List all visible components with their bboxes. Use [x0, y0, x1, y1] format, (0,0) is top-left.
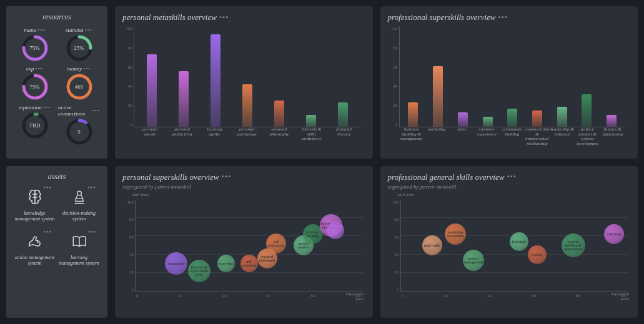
chart-subtitle: segregated by parent metaskill [122, 184, 365, 190]
svg-point-12 [77, 191, 81, 195]
professional-general-skills-panel: professional general skills overview •••… [380, 166, 638, 318]
asset-label: action management system [14, 255, 56, 267]
x-label: leadership & influence [550, 127, 575, 139]
menu-icon[interactable]: ••• [87, 184, 96, 191]
menu-icon[interactable]: ••• [43, 104, 51, 110]
bar-chart: 100806040200 business building & managem… [399, 26, 631, 139]
menu-icon[interactable]: ••• [83, 66, 91, 72]
x-label: community building [500, 127, 525, 139]
resource-ring: 25% [66, 34, 93, 62]
resource-item: stamina••• 25% [58, 27, 100, 62]
book-icon [69, 231, 90, 252]
chart-title: professional general skills overview [388, 172, 505, 182]
bar [582, 94, 592, 127]
bar [408, 102, 418, 127]
menu-icon[interactable]: ••• [87, 228, 96, 235]
resource-label: stamina [66, 27, 84, 33]
asset-label: knowledge management system [14, 210, 56, 222]
menu-icon[interactable]: ••• [222, 172, 232, 182]
bubble-chart: skill level 100806040200 paid trafficmar… [400, 195, 628, 301]
x-label: communication & interpersonal relationsh… [525, 127, 550, 139]
bubble: paid traffic [422, 235, 442, 255]
resource-ring: TBD [21, 112, 49, 139]
y-axis-title: skill level [398, 192, 415, 197]
menu-icon[interactable]: ••• [219, 13, 229, 22]
resource-ring: 465 [66, 73, 93, 101]
chart-title: professional superskills overview [388, 12, 496, 22]
asset-item[interactable]: ••• knowledge management system [14, 187, 56, 222]
resource-item: reputation••• TBD [14, 104, 56, 145]
resources-title: resources [14, 12, 100, 22]
x-label: learning agility [202, 127, 227, 139]
resource-item: mana••• 75% [14, 27, 56, 62]
menu-icon[interactable]: ••• [92, 107, 100, 114]
brain-icon [24, 187, 46, 208]
resource-value: 25% [66, 34, 93, 62]
resource-ring: 75% [21, 73, 49, 101]
x-label: finance & fundraising [600, 127, 625, 139]
asset-item[interactable]: ••• action management system [14, 231, 56, 267]
bar-chart: 100806040200 personal claritypersonal pr… [134, 26, 365, 139]
professional-superskills-panel: professional superskills overview ••• 10… [380, 6, 638, 159]
y-axis-title: skill level [132, 192, 149, 197]
resource-item: exp••• 75% [14, 66, 56, 101]
bar [242, 84, 252, 127]
bar [274, 101, 284, 127]
menu-icon[interactable]: ••• [498, 13, 508, 22]
resource-item: active connections••• 5 [58, 104, 100, 145]
menu-icon[interactable]: ••• [43, 228, 52, 235]
assets-panel: assets ••• knowledge management system •… [6, 166, 107, 318]
menu-icon[interactable]: ••• [36, 66, 43, 72]
chart-subtitle: segregated by parent metaskill [388, 184, 631, 190]
resources-panel: resources mana••• 75% stamina••• 25% exp… [6, 6, 107, 159]
x-axis-title: enjoymentlevel [346, 292, 364, 302]
chart-title: personal metaskills overview [122, 12, 217, 22]
bar [507, 109, 517, 127]
resource-item: money••• 465 [58, 66, 100, 101]
bar [607, 115, 617, 127]
bubble: marketing automation [445, 223, 466, 245]
bar [211, 34, 220, 127]
bar [433, 66, 443, 127]
resource-ring: 75% [21, 34, 49, 62]
resource-label: reputation [19, 104, 42, 110]
asset-label: decision-making system [58, 210, 100, 222]
bar [147, 54, 157, 127]
bubble: self-awareness [266, 233, 286, 253]
resource-label: active connections [58, 104, 91, 117]
resource-label: exp [26, 66, 34, 72]
assets-title: assets [14, 172, 100, 182]
resource-value: 5 [66, 118, 93, 145]
x-label: marketing [424, 127, 449, 139]
resource-value: 75% [21, 34, 49, 62]
x-label: customer experience [474, 127, 499, 139]
asset-item[interactable]: ••• decision-making system [58, 187, 100, 222]
x-label: personal psychology [234, 127, 259, 139]
x-label: personal philosophy [267, 127, 292, 139]
personal-metaskills-panel: personal metaskills overview ••• 1008060… [115, 6, 373, 159]
asset-item[interactable]: ••• learning management system [58, 231, 100, 267]
asset-label: learning management system [58, 255, 100, 267]
menu-icon[interactable]: ••• [507, 172, 517, 182]
menu-icon[interactable]: ••• [43, 184, 52, 191]
personal-superskills-panel: personal superskills overview ••• segreg… [115, 166, 373, 318]
bubble: experience [217, 255, 235, 272]
bubble-chart: skill level 100806040200 equanimityfunct… [135, 195, 363, 301]
bubble: writing [528, 245, 547, 264]
bar [179, 71, 189, 127]
resource-ring: 5 [66, 118, 93, 145]
resource-label: mana [24, 27, 36, 33]
x-label: business building & management [399, 127, 424, 139]
resource-value: 75% [21, 73, 49, 101]
menu-icon[interactable]: ••• [37, 27, 45, 33]
x-label: interests & skills proficiency [299, 127, 324, 139]
x-label: personal productivity [170, 127, 195, 139]
bar [557, 107, 567, 127]
bar [483, 117, 493, 127]
bubble: project management [463, 250, 484, 271]
bar [306, 115, 316, 127]
bubble: systems building & optimization [562, 233, 585, 257]
bar [532, 110, 542, 127]
bar [458, 112, 468, 127]
menu-icon[interactable]: ••• [85, 27, 92, 33]
